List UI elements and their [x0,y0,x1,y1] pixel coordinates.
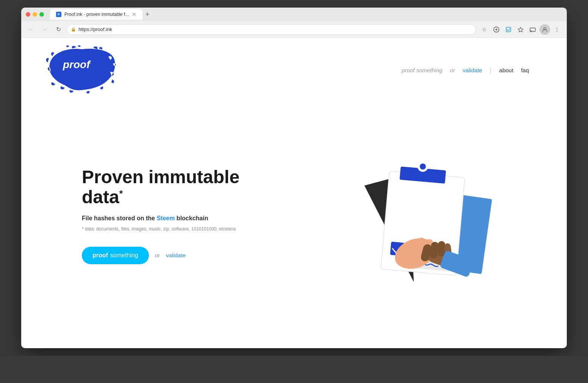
nav-about[interactable]: about [499,67,514,73]
hero-subtitle: File hashes stored on the Steem blockcha… [82,215,264,222]
close-button[interactable] [26,12,30,17]
nav-faq[interactable]: faq [521,67,529,73]
proof-something-button[interactable]: proof something [82,247,149,264]
browser-window: P Proof.ink - proven immutable f... ✕ + … [21,8,567,348]
cta-button-bold: proof [92,252,108,259]
traffic-lights [26,12,44,17]
forward-button[interactable]: → [39,24,50,35]
handshake-illustration [317,125,499,307]
tab-title: Proof.ink - proven immutable f... [64,12,129,17]
cta-area: proof something or validate [82,247,264,264]
extension-icon-3[interactable] [515,24,526,35]
hero-title: Proven immutable data* [82,167,264,207]
site-header: proof proof something or validate | abou… [21,38,567,95]
logo-container: proof [44,45,120,95]
logo-text: proof [63,59,90,71]
svg-rect-22 [438,241,445,256]
steem-link[interactable]: Steem [156,215,175,221]
website-content: proof proof something or validate | abou… [21,38,567,348]
hero-asterisk: * [119,188,123,199]
reload-button[interactable]: ↻ [53,24,64,35]
svg-point-3 [530,31,531,32]
cta-validate-link[interactable]: validate [166,252,186,258]
tab-close-icon[interactable]: ✕ [132,11,136,17]
new-tab-button[interactable]: + [142,11,153,19]
nav-proof-something[interactable]: proof something [402,67,443,73]
browser-toolbar: ← → ↻ 🔒 https://proof.ink ☆ [21,21,567,38]
nav-validate[interactable]: validate [463,67,482,73]
main-content: Proven immutable data* File hashes store… [21,95,567,329]
cta-button-rest: something [110,252,138,259]
tab-bar: P Proof.ink - proven immutable f... ✕ + [50,9,562,20]
cast-icon[interactable] [527,24,538,35]
hero-illustration [286,125,529,307]
tab-favicon: P [56,12,61,17]
extension-icon-1[interactable] [491,24,502,35]
address-bar[interactable]: 🔒 https://proof.ink [67,24,476,35]
browser-titlebar: P Proof.ink - proven immutable f... ✕ + [21,8,567,21]
cta-or-label: or [155,252,160,258]
svg-rect-2 [530,28,535,31]
url-text: https://proof.ink [78,26,112,32]
maximize-button[interactable] [39,12,44,17]
menu-icon[interactable]: ⋮ [552,24,562,35]
nav-or: or [450,67,455,73]
hero-footnote: * data: documents, files, images, music,… [82,226,264,232]
extension-icon-2[interactable] [503,24,514,35]
nav-separator: | [490,66,492,74]
hero-text: Proven immutable data* File hashes store… [82,167,264,264]
profile-button[interactable] [540,24,550,35]
site-nav: proof something or validate | about faq [402,66,529,74]
lock-icon: 🔒 [71,27,76,32]
bookmark-icon[interactable]: ☆ [479,24,489,35]
back-button[interactable]: ← [26,24,36,35]
toolbar-actions: ☆ [479,24,562,35]
minimize-button[interactable] [33,12,37,17]
active-tab[interactable]: P Proof.ink - proven immutable f... ✕ [50,9,142,20]
